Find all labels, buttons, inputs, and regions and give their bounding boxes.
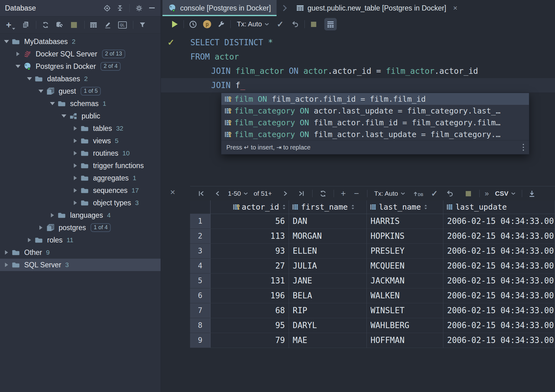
- sort-arrows-icon[interactable]: [282, 204, 286, 210]
- row-number[interactable]: 2: [190, 229, 211, 244]
- cell-last_name[interactable]: HOPKINS: [367, 229, 443, 244]
- expand-arrow-icon[interactable]: [71, 197, 79, 209]
- cell-last_name[interactable]: WAHLBERG: [367, 318, 443, 333]
- tree-item-databases[interactable]: databases2: [0, 73, 161, 85]
- row-number[interactable]: 7: [190, 303, 211, 318]
- cell-first_name[interactable]: BELA: [289, 288, 367, 303]
- tree-item-languages[interactable]: languages4: [0, 209, 161, 221]
- tree-item-roles[interactable]: roles11: [0, 234, 161, 246]
- data-source-properties-icon[interactable]: [55, 21, 63, 29]
- cell-first_name[interactable]: DAN: [289, 214, 367, 229]
- sort-arrows-icon[interactable]: [351, 204, 354, 210]
- sort-arrows-icon[interactable]: [424, 204, 427, 210]
- expand-arrow-icon[interactable]: [14, 48, 22, 60]
- cell-first_name[interactable]: ELLEN: [289, 244, 367, 259]
- in-editor-results-toggle[interactable]: [324, 18, 337, 30]
- tree-item-schemas[interactable]: schemas1: [0, 97, 161, 110]
- collapse-arrow-icon[interactable]: [48, 97, 56, 110]
- chevron-down-icon[interactable]: [264, 23, 269, 26]
- cell-actor_id[interactable]: 95: [211, 318, 289, 333]
- rollback-icon[interactable]: [446, 190, 454, 197]
- expand-arrow-icon[interactable]: [71, 135, 79, 147]
- cell-last_update[interactable]: 2006-02-15 04:34:33.00: [443, 214, 555, 229]
- more-options-icon[interactable]: [523, 143, 524, 152]
- reload-data-icon[interactable]: [319, 190, 327, 197]
- cell-actor_id[interactable]: 196: [211, 288, 289, 303]
- row-number[interactable]: 1: [190, 214, 211, 229]
- column-header-actor_id[interactable]: actor_id: [211, 200, 289, 214]
- expand-arrow-icon[interactable]: [71, 184, 79, 197]
- table-icon[interactable]: [90, 21, 97, 29]
- export-data-icon[interactable]: [528, 190, 536, 197]
- row-number[interactable]: 8: [190, 318, 211, 333]
- cell-actor_id[interactable]: 27: [211, 259, 289, 274]
- completion-item[interactable]: film_category ON film_actor.last_update …: [221, 128, 529, 140]
- query-console-icon[interactable]: QL: [118, 21, 127, 29]
- cell-last_update[interactable]: 2006-02-15 04:34:33.00: [443, 318, 555, 333]
- cell-actor_id[interactable]: 131: [211, 274, 289, 288]
- column-header-last_name[interactable]: last_name: [367, 200, 443, 214]
- filter-icon[interactable]: [139, 21, 146, 29]
- cell-actor_id[interactable]: 68: [211, 303, 289, 318]
- expand-arrow-icon[interactable]: [2, 259, 11, 271]
- cell-first_name[interactable]: JANE: [289, 274, 367, 288]
- delete-row-icon[interactable]: −: [354, 189, 359, 198]
- duplicate-icon[interactable]: [22, 21, 29, 29]
- collapse-all-icon[interactable]: [116, 4, 124, 12]
- cell-actor_id[interactable]: 93: [211, 244, 289, 259]
- expand-arrow-icon[interactable]: [25, 234, 33, 246]
- next-page-icon[interactable]: [282, 190, 289, 197]
- completion-item[interactable]: film_category ON actor.last_update = fil…: [221, 105, 529, 117]
- tree-item-postgres-in-docker[interactable]: Postgres in Docker2 of 4: [0, 60, 161, 73]
- tx-mode-dropdown[interactable]: Tx: Auto: [237, 20, 262, 28]
- column-header-first_name[interactable]: first_name: [289, 200, 367, 214]
- tree-item-tables[interactable]: tables32: [0, 122, 161, 135]
- tree-item-postgres[interactable]: postgres1 of 4: [0, 221, 161, 234]
- history-icon[interactable]: [189, 20, 197, 28]
- cell-first_name[interactable]: MORGAN: [289, 229, 367, 244]
- tree-item-mydatabases[interactable]: MyDatabases2: [0, 35, 161, 48]
- export-format-dropdown[interactable]: CSV: [495, 190, 508, 197]
- cell-last_name[interactable]: MCQUEEN: [367, 259, 443, 274]
- column-header-last_update[interactable]: last_update: [443, 200, 555, 214]
- stop-icon[interactable]: [310, 20, 317, 28]
- cell-last_update[interactable]: 2006-02-15 04:34:33.00: [443, 229, 555, 244]
- cell-first_name[interactable]: MAE: [289, 333, 367, 348]
- submit-to-database-icon[interactable]: DB: [413, 190, 423, 197]
- first-page-icon[interactable]: [198, 190, 205, 197]
- expand-arrow-icon[interactable]: [2, 246, 11, 259]
- tree-item-sql-server[interactable]: SQL Server3: [0, 259, 161, 271]
- stop-icon[interactable]: [70, 21, 78, 29]
- tree-item-views[interactable]: views5: [0, 135, 161, 147]
- tree-item-object-types[interactable]: object types3: [0, 197, 161, 209]
- close-results-icon[interactable]: ×: [167, 187, 178, 198]
- tab-new-table[interactable]: guest.public.new_table [Postgres in Dock…: [291, 0, 463, 16]
- tree-item-sequences[interactable]: sequences17: [0, 184, 161, 197]
- row-number[interactable]: 3: [190, 244, 211, 259]
- completion-item[interactable]: film ON film_actor.film_id = film.film_i…: [221, 93, 529, 105]
- collapse-arrow-icon[interactable]: [60, 110, 68, 122]
- cell-last_update[interactable]: 2006-02-15 04:34:33.00: [443, 259, 555, 274]
- cell-last_name[interactable]: JACKMAN: [367, 274, 443, 288]
- cell-last_update[interactable]: 2006-02-15 04:34:33.00: [443, 333, 555, 348]
- stop-icon[interactable]: [464, 190, 472, 197]
- expand-arrow-icon[interactable]: [48, 209, 56, 221]
- commit-icon[interactable]: ✓: [277, 20, 284, 29]
- chevron-down-icon[interactable]: [401, 192, 405, 195]
- row-number[interactable]: 4: [190, 259, 211, 274]
- add-row-icon[interactable]: +: [341, 189, 346, 198]
- tree-item-public[interactable]: public: [0, 110, 161, 122]
- tree-item-docker-sql-server[interactable]: Docker SQL Server2 of 13: [0, 48, 161, 60]
- cell-actor_id[interactable]: 56: [211, 214, 289, 229]
- expand-arrow-icon[interactable]: [71, 172, 79, 184]
- tree-item-trigger-functions[interactable]: trigger functions: [0, 159, 161, 172]
- tree-item-other[interactable]: Other9: [0, 246, 161, 259]
- last-page-icon[interactable]: [297, 190, 305, 197]
- tree-item-guest[interactable]: guest1 of 5: [0, 85, 161, 97]
- cell-last_update[interactable]: 2006-02-15 04:34:33.00: [443, 303, 555, 318]
- cell-last_update[interactable]: 2006-02-15 04:34:33.00: [443, 244, 555, 259]
- cell-last_name[interactable]: HARRIS: [367, 214, 443, 229]
- collapse-arrow-icon[interactable]: [14, 60, 22, 73]
- rollback-icon[interactable]: [291, 20, 299, 28]
- expand-arrow-icon[interactable]: [71, 159, 79, 172]
